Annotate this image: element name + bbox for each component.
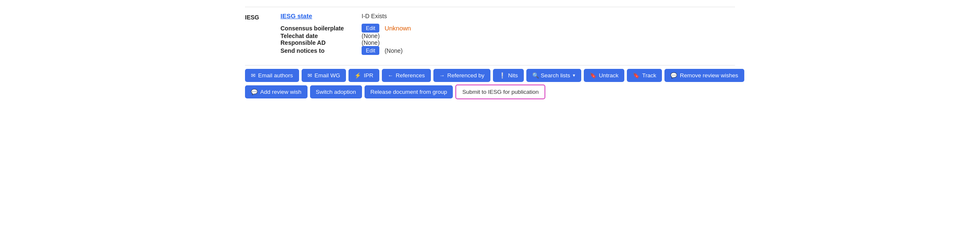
iesg-field-row-2: Responsible AD(None) [280,39,735,46]
edit-button-0[interactable]: Edit [362,24,379,33]
field-label-2: Responsible AD [280,39,357,46]
email-authors-button[interactable]: ✉Email authors [245,69,299,82]
field-label-0: Consensus boilerplate [280,25,357,32]
track-button[interactable]: 🔖Track [627,69,662,82]
iesg-field-row-3: Send notices toEdit(None) [280,46,735,55]
ipr-button[interactable]: ⚡IPR [348,69,379,82]
references-button[interactable]: ←References [382,69,431,82]
references-label: References [396,72,425,79]
add-review-wish-icon: 💬 [251,89,258,95]
email-authors-label: Email authors [258,72,293,79]
iesg-field-row-0: Consensus boilerplateEditUnknown [280,24,735,33]
ipr-icon: ⚡ [354,72,361,79]
email-wg-icon: ✉ [308,72,312,79]
iesg-state-field-label: IESG state [280,12,357,19]
untrack-button[interactable]: 🔖Untrack [584,69,625,82]
remove-review-wishes-button[interactable]: 💬Remove review wishes [664,69,744,82]
remove-review-wishes-icon: 💬 [670,72,677,79]
release-document-label: Release document from group [370,89,447,95]
field-label-3: Send notices to [280,47,357,54]
iesg-fields: IESG state I-D Exists Consensus boilerpl… [280,12,735,55]
track-icon: 🔖 [633,72,640,79]
email-wg-label: Email WG [315,72,340,79]
nits-label: Nits [508,72,518,79]
add-review-wish-button[interactable]: 💬Add review wish [245,85,308,98]
search-lists-button[interactable]: 🔍Search lists▾ [526,69,581,82]
add-review-wish-label: Add review wish [260,89,302,95]
release-document-button[interactable]: Release document from group [365,85,453,98]
untrack-label: Untrack [599,72,619,79]
untrack-icon: 🔖 [590,72,596,79]
search-lists-icon: 🔍 [532,72,539,79]
row2-buttons: 💬Add review wishSwitch adoptionRelease d… [245,85,735,99]
search-lists-dropdown-arrow: ▾ [573,73,575,78]
email-wg-button[interactable]: ✉Email WG [302,69,346,82]
iesg-state-link[interactable]: IESG state [280,12,312,19]
referenced-by-label: Referenced by [447,72,485,79]
edit-button-3[interactable]: Edit [362,46,379,55]
iesg-section: IESG IESG state I-D Exists Consensus boi… [245,7,735,63]
referenced-by-icon: → [439,72,445,79]
field-value-0: Unknown [384,25,411,32]
row1-buttons: ✉Email authors✉Email WG⚡IPR←References→R… [245,69,735,82]
referenced-by-button[interactable]: →Referenced by [433,69,490,82]
email-authors-icon: ✉ [251,72,256,79]
field-value-3: (None) [384,47,403,54]
iesg-state-row: IESG state I-D Exists [280,12,735,19]
track-label: Track [642,72,656,79]
search-lists-label: Search lists [541,72,570,79]
nits-icon: ❕ [499,72,506,79]
iesg-label: IESG [245,12,270,55]
iesg-state-value: I-D Exists [362,13,387,19]
nits-button[interactable]: ❕Nits [493,69,524,82]
switch-adoption-button[interactable]: Switch adoption [310,85,362,98]
remove-review-wishes-label: Remove review wishes [680,72,738,79]
iesg-field-row-1: Telechat date(None) [280,33,735,39]
submit-iesg-button[interactable]: Submit to IESG for publication [455,85,545,99]
field-value-2: (None) [362,39,380,46]
switch-adoption-label: Switch adoption [316,89,356,95]
iesg-dynamic-fields: Consensus boilerplateEditUnknownTelechat… [280,24,735,55]
submit-iesg-label: Submit to IESG for publication [462,89,539,95]
field-label-1: Telechat date [280,33,357,39]
field-value-1: (None) [362,33,380,39]
references-icon: ← [388,72,393,79]
ipr-label: IPR [364,72,373,79]
button-bar: ✉Email authors✉Email WG⚡IPR←References→R… [245,65,735,99]
